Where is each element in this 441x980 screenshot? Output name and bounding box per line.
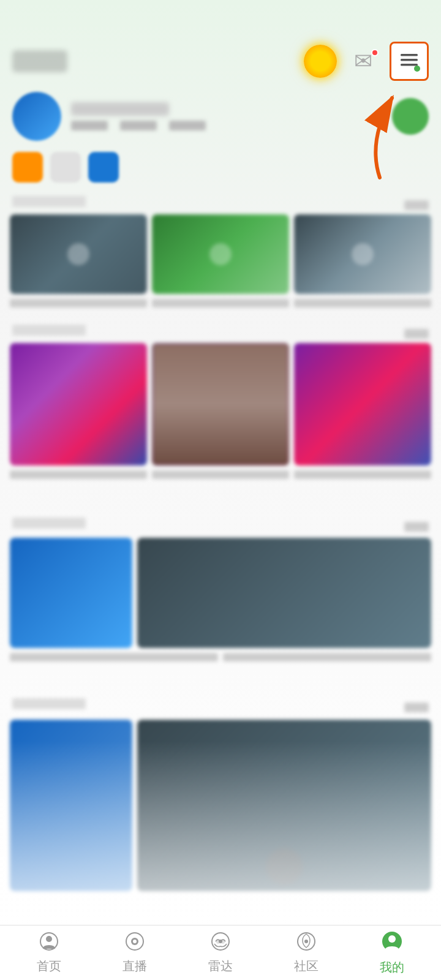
header-avatar-blur <box>12 50 67 72</box>
video-thumb-5[interactable] <box>152 343 289 466</box>
app-header: ✉ <box>0 0 441 98</box>
play-icon-1 <box>67 243 89 265</box>
settings-dot <box>414 66 420 72</box>
header-right: ✉ <box>304 42 429 81</box>
media-grid-3 <box>10 538 431 662</box>
media-grid-2 <box>10 343 431 479</box>
stat-blur-2 <box>120 121 157 130</box>
video-thumb-9[interactable] <box>10 720 132 891</box>
nav-label-community: 社区 <box>294 958 318 974</box>
video-thumb-2[interactable] <box>152 214 289 294</box>
media-grid-1 <box>0 214 441 307</box>
video-thumb-8[interactable] <box>137 538 431 648</box>
bottom-nav: 首页 直播 雷达 <box>0 925 441 980</box>
action-icon-3 <box>88 152 119 183</box>
settings-button[interactable] <box>390 42 429 81</box>
caption-blur-7 <box>10 653 218 662</box>
person-thumb-1 <box>152 343 289 466</box>
main-content: ✉ <box>0 0 441 925</box>
video-thumb-1[interactable] <box>10 214 147 294</box>
grid-row-3 <box>10 538 431 648</box>
svg-point-12 <box>304 940 308 943</box>
live-icon <box>125 932 145 956</box>
grid-row-2 <box>10 343 431 466</box>
nav-item-live[interactable]: 直播 <box>92 932 178 974</box>
mail-button[interactable]: ✉ <box>347 48 380 75</box>
header-left <box>12 50 67 72</box>
caption-blur-8 <box>223 653 431 662</box>
nav-label-home: 首页 <box>37 958 61 974</box>
video-thumb-4[interactable] <box>10 343 147 466</box>
section-more-4 <box>404 703 429 712</box>
section-label-1 <box>12 196 86 207</box>
section-more-3 <box>404 522 429 532</box>
profile-avatar <box>12 92 61 141</box>
section-more-2 <box>404 329 429 339</box>
profile-stats <box>71 121 382 130</box>
nav-label-radar: 雷达 <box>208 958 233 974</box>
thumb-captions-2 <box>10 470 431 479</box>
community-icon <box>296 932 316 956</box>
svg-point-14 <box>388 935 396 943</box>
svg-point-8 <box>133 940 137 943</box>
video-thumb-7[interactable] <box>10 538 132 648</box>
section-label-4 <box>12 698 86 709</box>
nav-item-home[interactable]: 首页 <box>6 932 92 974</box>
mine-icon <box>381 930 403 957</box>
action-icon-1 <box>12 152 43 183</box>
quick-actions <box>12 147 429 183</box>
secondary-avatar <box>392 98 429 135</box>
caption-blur-2 <box>152 299 289 307</box>
svg-point-5 <box>46 936 52 942</box>
caption-blur-3 <box>294 299 431 307</box>
weather-icon <box>304 45 337 78</box>
section-more-1 <box>404 200 429 210</box>
nav-label-live: 直播 <box>123 958 147 974</box>
nav-label-mine: 我的 <box>380 959 404 976</box>
stat-blur-1 <box>71 121 108 130</box>
home-icon <box>39 932 59 956</box>
notification-dot <box>371 49 379 56</box>
nav-item-mine[interactable]: 我的 <box>349 930 435 976</box>
play-icon-2 <box>209 243 232 265</box>
play-icon-3 <box>352 243 374 265</box>
video-thumb-10[interactable] <box>137 720 431 891</box>
svg-rect-0 <box>401 54 418 56</box>
nav-item-radar[interactable]: 雷达 <box>178 932 263 974</box>
section-label-3 <box>12 518 86 529</box>
stat-blur-3 <box>169 121 206 130</box>
mail-icon: ✉ <box>354 48 372 74</box>
caption-blur-1 <box>10 299 147 307</box>
media-grid-4 <box>10 720 431 891</box>
nav-item-community[interactable]: 社区 <box>263 932 349 974</box>
svg-rect-1 <box>401 59 418 61</box>
thumb-captions-1 <box>10 299 431 307</box>
action-icon-2 <box>50 152 81 183</box>
profile-name-blur <box>71 102 169 116</box>
thumb-captions-3 <box>10 653 431 662</box>
grid-row-1 <box>10 214 431 294</box>
caption-blur-5 <box>152 470 289 479</box>
caption-blur-6 <box>294 470 431 479</box>
radar-icon <box>211 932 230 956</box>
video-thumb-6[interactable] <box>294 343 431 466</box>
caption-blur-4 <box>10 470 147 479</box>
profile-info <box>71 102 382 130</box>
section-label-2 <box>12 325 86 336</box>
video-thumb-3[interactable] <box>294 214 431 294</box>
